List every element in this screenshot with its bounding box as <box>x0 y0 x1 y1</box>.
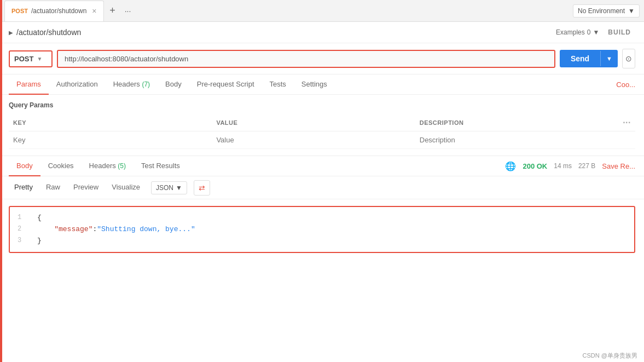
request-tabs: Params Authorization Headers (7) Body Pr… <box>0 74 644 95</box>
tab-method-label: POST <box>11 8 28 14</box>
code-open-brace: { <box>37 212 42 224</box>
body-tab-preview[interactable]: Preview <box>68 180 104 196</box>
tab-add-button[interactable]: + <box>105 3 120 19</box>
tab-headers[interactable]: Headers (7) <box>106 74 158 95</box>
send-arrow-icon[interactable]: ▼ <box>600 51 618 66</box>
response-status: 200 OK <box>523 162 547 170</box>
tab-item-post[interactable]: POST /actuator/shutdown × <box>4 1 104 21</box>
resp-tab-body[interactable]: Body <box>9 156 40 176</box>
method-dropdown-arrow: ▼ <box>37 56 42 62</box>
tab-title: /actuator/shutdown <box>31 7 86 15</box>
save-response-button[interactable]: Save Re... <box>602 162 635 170</box>
tab-body[interactable]: Body <box>158 74 189 95</box>
table-row <box>9 131 635 149</box>
body-tab-visualize[interactable]: Visualize <box>106 180 146 196</box>
tab-more-button[interactable]: ··· <box>120 3 136 19</box>
format-select[interactable]: JSON ▼ <box>151 181 187 194</box>
tab-params[interactable]: Params <box>9 74 49 95</box>
line-num-1: 1 <box>18 212 28 223</box>
visualize-label: Visualize <box>112 183 140 191</box>
tab-headers-label: Headers <box>113 80 142 88</box>
code-area: 1 { 2 "message" : "Shutting down, bye...… <box>0 199 644 260</box>
response-tabs-bar: Body Cookies Headers (5) Test Results 🌐 … <box>0 156 644 176</box>
examples-count: 0 <box>587 28 591 36</box>
resp-tab-cookies-label: Cookies <box>48 162 74 170</box>
col-value-header: VALUE <box>212 114 415 131</box>
tab-settings[interactable]: Settings <box>294 74 335 95</box>
examples-label: Examples <box>556 28 585 36</box>
body-toolbar: Pretty Raw Preview Visualize JSON ▼ ⇄ <box>0 176 644 199</box>
request-name: /actuator/shutdown <box>16 28 556 37</box>
resp-tab-headers[interactable]: Headers (5) <box>82 156 134 176</box>
code-close-brace: } <box>37 235 42 247</box>
url-input[interactable] <box>58 51 554 67</box>
resp-tab-headers-label: Headers <box>89 162 118 170</box>
tab-params-label: Params <box>16 80 41 88</box>
code-line-1: 1 { <box>18 212 626 224</box>
tab-headers-count: (7) <box>142 81 150 88</box>
method-text: POST <box>14 55 33 63</box>
send-label: Send <box>560 50 600 67</box>
tab-tests[interactable]: Tests <box>262 74 294 95</box>
resp-tab-body-label: Body <box>16 162 33 170</box>
code-line-3: 3 } <box>18 235 626 247</box>
response-size: 227 B <box>578 162 595 170</box>
build-button[interactable]: BUILD <box>604 26 635 38</box>
code-indent <box>37 224 54 235</box>
save-icon: ⊙ <box>625 54 632 63</box>
wrap-icon: ⇄ <box>199 183 205 192</box>
body-tab-pretty[interactable]: Pretty <box>9 180 38 196</box>
preview-label: Preview <box>73 183 98 191</box>
resp-tab-cookies[interactable]: Cookies <box>40 156 82 176</box>
format-label: JSON <box>156 184 173 192</box>
code-colon: : <box>92 224 97 235</box>
url-input-wrapper <box>57 50 555 68</box>
request-name-bar: ▶ /actuator/shutdown Examples 0 ▼ BUILD <box>0 22 644 43</box>
tab-pre-request-label: Pre-request Script <box>197 80 254 88</box>
line-num-2: 2 <box>18 224 28 234</box>
description-input[interactable] <box>420 136 614 144</box>
tab-bar: POST /actuator/shutdown × + ··· No Envir… <box>0 0 644 22</box>
response-time: 14 ms <box>554 162 572 170</box>
resp-headers-count: (5) <box>118 162 126 170</box>
environment-arrow: ▼ <box>628 7 635 15</box>
tab-cookies-link[interactable]: Coo... <box>616 81 635 89</box>
response-code-box: 1 { 2 "message" : "Shutting down, bye...… <box>9 206 635 253</box>
send-button[interactable]: Send ▼ <box>560 50 618 67</box>
tab-authorization[interactable]: Authorization <box>49 74 106 95</box>
tab-pre-request-script[interactable]: Pre-request Script <box>189 74 262 95</box>
tab-close-icon[interactable]: × <box>92 7 96 15</box>
query-params-section: Query Params KEY VALUE DESCRIPTION ··· <box>0 95 644 156</box>
wrap-button[interactable]: ⇄ <box>194 180 210 196</box>
tab-body-label: Body <box>165 80 182 88</box>
response-meta: 🌐 200 OK 14 ms 227 B Save Re... <box>505 161 635 171</box>
value-input[interactable] <box>216 136 410 144</box>
globe-icon: 🌐 <box>505 161 516 171</box>
col-key-header: KEY <box>9 114 212 131</box>
code-value: "Shutting down, bye..." <box>97 224 195 235</box>
collapse-triangle-icon[interactable]: ▶ <box>9 30 13 36</box>
examples-button[interactable]: Examples 0 ▼ <box>556 28 599 36</box>
environment-label: No Environment <box>578 7 625 15</box>
resp-tab-test-results-label: Test Results <box>141 162 180 170</box>
body-tab-raw[interactable]: Raw <box>40 180 66 196</box>
code-line-2: 2 "message" : "Shutting down, bye..." <box>18 224 626 235</box>
params-table: KEY VALUE DESCRIPTION ··· <box>9 114 635 149</box>
col-desc-header: DESCRIPTION <box>415 114 618 131</box>
url-bar: POST ▼ Send ▼ ⊙ <box>0 43 644 74</box>
method-select[interactable]: POST ▼ <box>9 50 53 67</box>
environment-select[interactable]: No Environment ▼ <box>573 4 640 18</box>
tab-bar-right: No Environment ▼ <box>573 4 640 18</box>
tab-settings-label: Settings <box>301 80 327 88</box>
format-arrow: ▼ <box>176 184 182 192</box>
line-num-3: 3 <box>18 235 28 246</box>
pretty-label: Pretty <box>14 183 33 191</box>
more-options-icon[interactable]: ··· <box>623 118 631 127</box>
examples-arrow: ▼ <box>593 28 599 36</box>
resp-tab-test-results[interactable]: Test Results <box>134 156 188 176</box>
col-more-header: ··· <box>618 114 635 131</box>
tab-tests-label: Tests <box>270 80 286 88</box>
tab-authorization-label: Authorization <box>56 80 98 88</box>
save-button[interactable]: ⊙ <box>622 49 635 68</box>
key-input[interactable] <box>13 136 207 144</box>
